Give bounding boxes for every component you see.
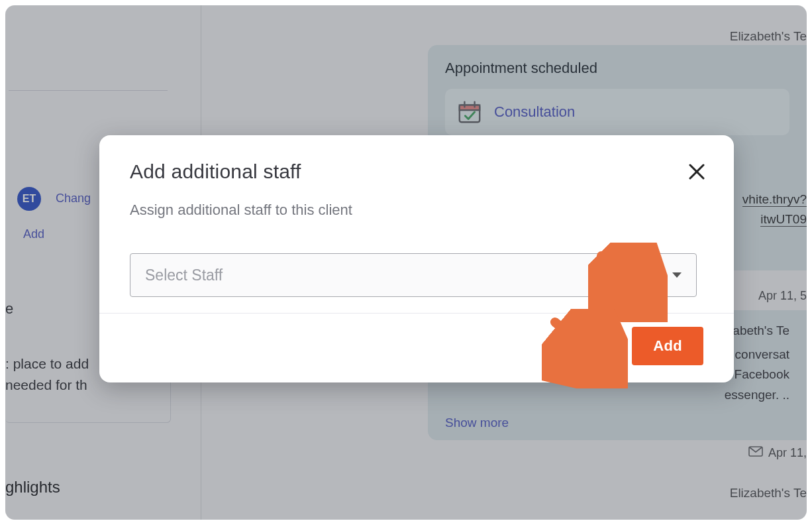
modal-divider xyxy=(99,313,734,314)
modal-subtitle: Assign additional staff to this client xyxy=(130,202,703,219)
add-button[interactable]: Add xyxy=(632,327,703,365)
modal-actions: Cancel Add xyxy=(130,327,703,365)
select-staff-dropdown[interactable]: Select Staff xyxy=(130,253,697,297)
modal-title: Add additional staff xyxy=(130,160,703,183)
select-placeholder: Select Staff xyxy=(145,266,223,284)
app-stage: ET Chang Add e : place to add needed for… xyxy=(5,5,807,520)
close-button[interactable] xyxy=(684,160,710,187)
chevron-down-icon xyxy=(672,272,682,278)
close-icon xyxy=(688,162,705,185)
cancel-button[interactable]: Cancel xyxy=(560,331,612,361)
add-staff-modal: Add additional staff Assign additional s… xyxy=(99,135,734,382)
